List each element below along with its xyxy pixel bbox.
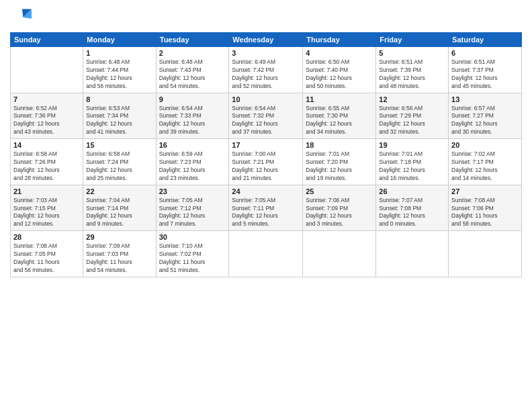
- calendar-cell: 12Sunrise: 6:56 AMSunset: 7:29 PMDayligh…: [376, 93, 449, 139]
- day-info: Sunrise: 6:48 AMSunset: 7:43 PMDaylight:…: [159, 58, 226, 91]
- day-number: 18: [306, 141, 373, 149]
- calendar-cell: 14Sunrise: 6:58 AMSunset: 7:26 PMDayligh…: [11, 139, 83, 185]
- calendar-cell: 30Sunrise: 7:10 AMSunset: 7:02 PMDayligh…: [156, 231, 229, 277]
- day-info: Sunrise: 6:54 AMSunset: 7:32 PMDaylight:…: [232, 105, 300, 137]
- day-number: 14: [13, 141, 80, 149]
- calendar-cell: 11Sunrise: 6:55 AMSunset: 7:30 PMDayligh…: [303, 93, 376, 139]
- day-number: 29: [86, 233, 152, 241]
- day-info: Sunrise: 6:48 AMSunset: 7:44 PMDaylight:…: [86, 58, 152, 91]
- weekday-wednesday: Wednesday: [229, 33, 303, 47]
- weekday-sunday: Sunday: [11, 33, 83, 47]
- day-number: 26: [379, 187, 445, 195]
- calendar: SundayMondayTuesdayWednesdayThursdayFrid…: [10, 32, 522, 277]
- day-number: 4: [306, 49, 373, 57]
- day-number: 6: [451, 49, 519, 57]
- header: [10, 7, 522, 28]
- day-info: Sunrise: 6:51 AMSunset: 7:37 PMDaylight:…: [451, 58, 519, 91]
- week-row-1: 1Sunrise: 6:48 AMSunset: 7:44 PMDaylight…: [11, 47, 522, 93]
- day-number: 20: [451, 141, 519, 149]
- weekday-tuesday: Tuesday: [156, 33, 229, 47]
- calendar-cell: 8Sunrise: 6:53 AMSunset: 7:34 PMDaylight…: [83, 93, 156, 139]
- day-info: Sunrise: 7:03 AMSunset: 7:15 PMDaylight:…: [13, 197, 80, 229]
- calendar-cell: 25Sunrise: 7:06 AMSunset: 7:09 PMDayligh…: [303, 185, 376, 231]
- calendar-cell: 18Sunrise: 7:01 AMSunset: 7:20 PMDayligh…: [303, 139, 376, 185]
- calendar-cell: 27Sunrise: 7:08 AMSunset: 7:06 PMDayligh…: [449, 185, 522, 231]
- calendar-cell: 23Sunrise: 7:05 AMSunset: 7:12 PMDayligh…: [156, 185, 229, 231]
- day-number: 16: [159, 141, 226, 149]
- day-number: 28: [13, 233, 80, 241]
- calendar-cell: 29Sunrise: 7:09 AMSunset: 7:03 PMDayligh…: [83, 231, 156, 277]
- day-number: 2: [159, 49, 226, 57]
- weekday-thursday: Thursday: [303, 33, 376, 47]
- day-info: Sunrise: 7:01 AMSunset: 7:18 PMDaylight:…: [379, 150, 445, 183]
- day-info: Sunrise: 6:59 AMSunset: 7:23 PMDaylight:…: [159, 150, 226, 183]
- day-info: Sunrise: 7:04 AMSunset: 7:14 PMDaylight:…: [86, 197, 152, 229]
- calendar-cell: 6Sunrise: 6:51 AMSunset: 7:37 PMDaylight…: [449, 47, 522, 93]
- day-info: Sunrise: 7:10 AMSunset: 7:02 PMDaylight:…: [159, 242, 226, 275]
- week-row-4: 21Sunrise: 7:03 AMSunset: 7:15 PMDayligh…: [11, 185, 522, 231]
- calendar-cell: 17Sunrise: 7:00 AMSunset: 7:21 PMDayligh…: [229, 139, 303, 185]
- day-number: 13: [451, 95, 519, 103]
- day-info: Sunrise: 6:54 AMSunset: 7:33 PMDaylight:…: [159, 105, 226, 137]
- day-number: 22: [86, 187, 152, 195]
- day-number: 9: [159, 95, 226, 103]
- day-number: 30: [159, 233, 226, 241]
- day-number: 8: [86, 95, 152, 103]
- calendar-cell: 10Sunrise: 6:54 AMSunset: 7:32 PMDayligh…: [229, 93, 303, 139]
- day-info: Sunrise: 6:57 AMSunset: 7:27 PMDaylight:…: [451, 105, 519, 137]
- calendar-cell: [449, 231, 522, 277]
- day-number: 12: [379, 95, 445, 103]
- page: SundayMondayTuesdayWednesdayThursdayFrid…: [0, 0, 532, 411]
- day-info: Sunrise: 6:51 AMSunset: 7:39 PMDaylight:…: [379, 58, 445, 91]
- calendar-cell: 4Sunrise: 6:50 AMSunset: 7:40 PMDaylight…: [303, 47, 376, 93]
- day-number: 24: [232, 187, 300, 195]
- day-number: 7: [13, 95, 80, 103]
- week-row-2: 7Sunrise: 6:52 AMSunset: 7:36 PMDaylight…: [11, 93, 522, 139]
- weekday-header-row: SundayMondayTuesdayWednesdayThursdayFrid…: [11, 33, 522, 47]
- day-number: 19: [379, 141, 445, 149]
- weekday-monday: Monday: [83, 33, 156, 47]
- day-info: Sunrise: 7:08 AMSunset: 7:05 PMDaylight:…: [13, 242, 80, 275]
- day-info: Sunrise: 7:01 AMSunset: 7:20 PMDaylight:…: [306, 150, 373, 183]
- calendar-cell: 1Sunrise: 6:48 AMSunset: 7:44 PMDaylight…: [83, 47, 156, 93]
- calendar-cell: [11, 47, 83, 93]
- day-number: 23: [159, 187, 226, 195]
- calendar-cell: 22Sunrise: 7:04 AMSunset: 7:14 PMDayligh…: [83, 185, 156, 231]
- calendar-cell: [229, 231, 303, 277]
- calendar-cell: 15Sunrise: 6:58 AMSunset: 7:24 PMDayligh…: [83, 139, 156, 185]
- day-info: Sunrise: 6:49 AMSunset: 7:42 PMDaylight:…: [232, 58, 300, 91]
- calendar-cell: 5Sunrise: 6:51 AMSunset: 7:39 PMDaylight…: [376, 47, 449, 93]
- calendar-cell: 24Sunrise: 7:05 AMSunset: 7:11 PMDayligh…: [229, 185, 303, 231]
- calendar-cell: 26Sunrise: 7:07 AMSunset: 7:08 PMDayligh…: [376, 185, 449, 231]
- day-info: Sunrise: 7:08 AMSunset: 7:06 PMDaylight:…: [451, 197, 519, 229]
- calendar-cell: 19Sunrise: 7:01 AMSunset: 7:18 PMDayligh…: [376, 139, 449, 185]
- calendar-cell: 21Sunrise: 7:03 AMSunset: 7:15 PMDayligh…: [11, 185, 83, 231]
- day-number: 21: [13, 187, 80, 195]
- weekday-saturday: Saturday: [449, 33, 522, 47]
- calendar-cell: 7Sunrise: 6:52 AMSunset: 7:36 PMDaylight…: [11, 93, 83, 139]
- day-number: 11: [306, 95, 373, 103]
- calendar-cell: 28Sunrise: 7:08 AMSunset: 7:05 PMDayligh…: [11, 231, 83, 277]
- day-number: 3: [232, 49, 300, 57]
- week-row-5: 28Sunrise: 7:08 AMSunset: 7:05 PMDayligh…: [11, 231, 522, 277]
- day-number: 15: [86, 141, 152, 149]
- day-number: 17: [232, 141, 300, 149]
- day-info: Sunrise: 6:53 AMSunset: 7:34 PMDaylight:…: [86, 105, 152, 137]
- day-info: Sunrise: 7:00 AMSunset: 7:21 PMDaylight:…: [232, 150, 300, 183]
- day-info: Sunrise: 6:58 AMSunset: 7:24 PMDaylight:…: [86, 150, 152, 183]
- day-info: Sunrise: 7:09 AMSunset: 7:03 PMDaylight:…: [86, 242, 152, 275]
- day-info: Sunrise: 6:52 AMSunset: 7:36 PMDaylight:…: [13, 105, 80, 137]
- calendar-cell: 16Sunrise: 6:59 AMSunset: 7:23 PMDayligh…: [156, 139, 229, 185]
- calendar-cell: 20Sunrise: 7:02 AMSunset: 7:17 PMDayligh…: [449, 139, 522, 185]
- calendar-cell: [303, 231, 376, 277]
- day-info: Sunrise: 7:02 AMSunset: 7:17 PMDaylight:…: [451, 150, 519, 183]
- calendar-cell: 13Sunrise: 6:57 AMSunset: 7:27 PMDayligh…: [449, 93, 522, 139]
- day-info: Sunrise: 7:05 AMSunset: 7:12 PMDaylight:…: [159, 197, 226, 229]
- calendar-cell: 2Sunrise: 6:48 AMSunset: 7:43 PMDaylight…: [156, 47, 229, 93]
- day-info: Sunrise: 6:55 AMSunset: 7:30 PMDaylight:…: [306, 105, 373, 137]
- day-number: 27: [451, 187, 519, 195]
- calendar-cell: 3Sunrise: 6:49 AMSunset: 7:42 PMDaylight…: [229, 47, 303, 93]
- day-number: 5: [379, 49, 445, 57]
- day-info: Sunrise: 6:58 AMSunset: 7:26 PMDaylight:…: [13, 150, 80, 183]
- day-info: Sunrise: 7:05 AMSunset: 7:11 PMDaylight:…: [232, 197, 300, 229]
